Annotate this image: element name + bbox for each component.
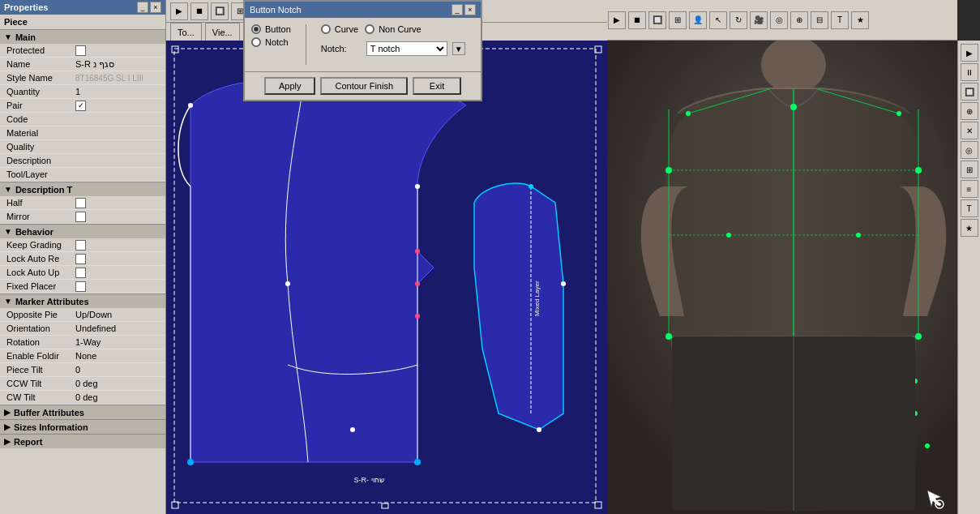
- protected-checkbox[interactable]: [75, 45, 86, 56]
- radio-notch[interactable]: [251, 37, 261, 47]
- exit-button[interactable]: Exit: [413, 77, 461, 95]
- pair-label: Pair: [6, 101, 75, 110]
- dialog-close[interactable]: ×: [464, 4, 476, 15]
- ccw-tilt-label: CCW Tilt: [6, 379, 75, 388]
- 3d-tool-star[interactable]: ★: [851, 11, 869, 29]
- mirror-checkbox[interactable]: [75, 212, 86, 222]
- right-tool-4[interactable]: ⊕: [961, 102, 978, 120]
- prop-mirror: Mirror: [0, 210, 165, 224]
- toolbar-icon-2[interactable]: ⏹: [190, 2, 208, 20]
- 3d-tool-text[interactable]: T: [831, 11, 849, 29]
- 3d-tool-cursor[interactable]: ↖: [709, 11, 727, 29]
- panel-close-button[interactable]: ×: [150, 2, 161, 13]
- dialog-minimize[interactable]: _: [451, 4, 463, 15]
- piece-tilt-value: 0: [75, 365, 161, 375]
- right-tool-1[interactable]: ▶: [961, 44, 978, 62]
- radio-button[interactable]: [251, 24, 261, 34]
- 3d-view[interactable]: ▶ ⏸ 🔲 ⊕ ✕ ◎ ⊞ ≡ T ★: [607, 41, 980, 514]
- expand-icon: ▼: [4, 32, 12, 41]
- section-buffer-header[interactable]: ▶ Buffer Attributes: [0, 405, 165, 419]
- ccw-tilt-value: 0 deg: [75, 379, 161, 388]
- svg-point-20: [415, 281, 420, 286]
- notch-label: Notch:: [321, 44, 362, 54]
- radio-non-curve[interactable]: [365, 24, 374, 34]
- right-tool-3[interactable]: 🔲: [961, 83, 978, 101]
- right-tool-7[interactable]: ⊞: [961, 161, 978, 178]
- svg-point-45: [915, 333, 922, 340]
- prop-name: Name S-R סגף נ: [0, 58, 165, 71]
- lock-auto-up-checkbox[interactable]: [75, 268, 86, 278]
- right-tool-5[interactable]: ✕: [961, 122, 978, 139]
- 3d-tool-view[interactable]: ◎: [770, 11, 788, 29]
- section-desc-header[interactable]: ▼ Description T: [0, 182, 165, 196]
- svg-text:S-R- שחוי: S-R- שחוי: [354, 476, 384, 484]
- right-tool-2[interactable]: ⏸: [961, 63, 978, 81]
- prop-quality: Quality: [0, 140, 165, 154]
- apply-button[interactable]: Apply: [264, 77, 316, 95]
- right-tool-9[interactable]: T: [961, 199, 978, 217]
- radio-notch-label: Notch: [265, 37, 289, 47]
- orientation-label: Orientation: [6, 323, 75, 333]
- right-tool-10[interactable]: ★: [961, 219, 978, 237]
- radio-button-label: Button: [265, 24, 291, 34]
- svg-point-16: [561, 281, 566, 286]
- panel-minimize-button[interactable]: _: [137, 2, 148, 13]
- keep-grading-label: Keep Grading: [6, 240, 75, 250]
- prop-style-name: Style Name 8T16845G SL I LIII: [0, 71, 165, 85]
- fixed-placer-checkbox[interactable]: [75, 281, 86, 292]
- protected-label: Protected: [6, 45, 75, 55]
- prop-ccw-tilt: CCW Tilt 0 deg: [0, 377, 165, 391]
- pattern-canvas[interactable]: S-R 910 ב Mixed Layer S-R- שחוי: [166, 41, 607, 514]
- section-behavior-header[interactable]: ▼ Behavior: [0, 224, 165, 238]
- cw-tilt-value: 0 deg: [75, 392, 161, 402]
- quantity-label: Quantity: [6, 87, 75, 96]
- tab-vie[interactable]: Vie...: [205, 23, 240, 41]
- button-notch-dialog: Button Notch _ × Button Notch: [243, 0, 482, 101]
- expand-icon-sizes: ▶: [4, 422, 11, 431]
- prop-quantity: Quantity 1: [0, 85, 165, 99]
- notch-row: Notch: T notch V notch Square notch ▼: [321, 41, 465, 56]
- svg-point-44: [665, 333, 672, 340]
- panel-title: Properties: [4, 2, 48, 12]
- 3d-tool-frame[interactable]: 🔲: [648, 11, 666, 29]
- 3d-tool-extra[interactable]: ⊕: [790, 11, 808, 29]
- tab-to[interactable]: To...: [170, 23, 202, 41]
- 3d-tool-stop[interactable]: ⏹: [628, 11, 646, 29]
- right-tool-8[interactable]: ≡: [961, 180, 978, 198]
- 3d-tool-camera[interactable]: 🎥: [750, 11, 768, 29]
- pair-checkbox[interactable]: [75, 101, 86, 111]
- keep-grading-checkbox[interactable]: [75, 240, 86, 251]
- material-label: Material: [6, 128, 75, 138]
- dialog-buttons: Apply Contour Finish Exit: [245, 71, 481, 100]
- radio-curve[interactable]: [321, 24, 331, 34]
- toolbar-icon-1[interactable]: ▶: [170, 2, 188, 20]
- section-desc-label: Description T: [15, 185, 72, 195]
- orientation-value: Undefined: [75, 323, 161, 333]
- 3d-tool-play[interactable]: ▶: [608, 11, 626, 29]
- section-main-header[interactable]: ▼ Main: [0, 29, 165, 44]
- section-marker-header[interactable]: ▼ Marker Attributes: [0, 293, 165, 308]
- lock-auto-re-checkbox[interactable]: [75, 254, 86, 264]
- 3d-toolbar: ▶ ⏹ 🔲 ⊞ 👤 ↖ ↻ 🎥 ◎ ⊕ ⊟ T ★: [604, 0, 957, 41]
- 3d-tool-rotate[interactable]: ↻: [730, 11, 747, 29]
- section-report-header[interactable]: ▶ Report: [0, 434, 165, 448]
- dialog-title: Button Notch: [250, 5, 302, 15]
- enable-folding-value: None: [75, 351, 161, 361]
- 3d-tool-person[interactable]: 👤: [689, 11, 707, 29]
- half-checkbox[interactable]: [75, 198, 86, 208]
- section-sizes-header[interactable]: ▶ Sizes Information: [0, 419, 165, 434]
- radio-non-curve-label: Non Curve: [379, 24, 422, 34]
- toolbar-icon-3[interactable]: 🔲: [211, 2, 229, 20]
- 3d-tool-grid[interactable]: ⊞: [669, 11, 687, 29]
- 3d-tool-wire[interactable]: ⊟: [811, 11, 828, 29]
- svg-point-17: [537, 427, 541, 432]
- notch-dropdown-icon[interactable]: ▼: [452, 42, 465, 55]
- prop-lock-auto-up: Lock Auto Up: [0, 266, 165, 280]
- contour-finish-button[interactable]: Contour Finish: [320, 77, 408, 95]
- radio-curve-row: Curve: [321, 24, 358, 34]
- notch-select[interactable]: T notch V notch Square notch: [366, 41, 447, 56]
- pattern-svg: S-R 910 ב Mixed Layer S-R- שחוי: [166, 41, 607, 514]
- rotation-value: 1-Way: [75, 337, 161, 347]
- right-tool-6[interactable]: ◎: [961, 141, 978, 159]
- tool-layer-label: Tool/Layer: [6, 169, 75, 179]
